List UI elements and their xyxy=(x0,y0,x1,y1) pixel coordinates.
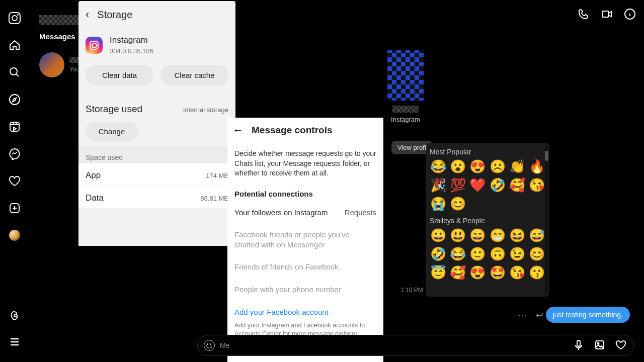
storage-title: Storage xyxy=(97,9,132,21)
clear-data-button[interactable]: Clear data xyxy=(86,65,153,85)
home-icon[interactable] xyxy=(9,39,21,51)
call-icon[interactable] xyxy=(578,8,590,20)
emoji-scroll-thumb[interactable] xyxy=(545,151,548,161)
mic-icon[interactable] xyxy=(573,339,585,351)
emoji-icon[interactable] xyxy=(204,340,215,351)
message-timestamp: 1:10 PM xyxy=(400,287,423,294)
create-icon[interactable] xyxy=(9,202,21,214)
instagram-logo-icon[interactable] xyxy=(9,12,21,24)
storage-panel: ‹ Storage Instagram 304.0.0.35.106 Clear… xyxy=(78,1,235,246)
emoji[interactable]: 🤩 xyxy=(489,265,506,281)
reply-icon[interactable]: ↩ xyxy=(536,310,543,321)
emoji[interactable]: 😇 xyxy=(430,265,446,281)
emoji[interactable]: 🙃 xyxy=(489,246,506,262)
emoji[interactable]: 😍 xyxy=(469,159,486,174)
explore-icon[interactable] xyxy=(9,94,21,106)
storage-location: Internal storage xyxy=(183,106,228,114)
search-icon[interactable] xyxy=(9,66,21,78)
stat-value: 174 MB xyxy=(206,172,228,179)
stat-label: Data xyxy=(86,193,104,203)
svg-point-1 xyxy=(10,95,20,105)
emoji[interactable]: 😆 xyxy=(509,228,525,243)
space-used-label: Space used xyxy=(78,146,235,163)
change-button[interactable]: Change xyxy=(86,122,138,141)
emoji[interactable]: 👏 xyxy=(509,159,525,174)
svg-point-0 xyxy=(10,68,17,75)
stat-row-data[interactable]: Data 86.81 MB xyxy=(78,186,235,208)
emoji[interactable]: 😂 xyxy=(449,246,466,262)
emoji[interactable]: ☹️ xyxy=(489,159,506,174)
emoji[interactable]: 🎉 xyxy=(430,177,446,193)
followers-row[interactable]: Your followers on Instagram Requests xyxy=(227,201,383,224)
emoji[interactable]: 🙂 xyxy=(469,246,486,262)
facebook-friends-row: Facebook friends or people you've chatte… xyxy=(227,224,383,256)
stat-row-app[interactable]: App 174 MB xyxy=(78,163,235,186)
followers-value: Requests xyxy=(345,208,376,217)
message-composer[interactable]: Me xyxy=(197,335,634,356)
composer-placeholder[interactable]: Me xyxy=(220,341,568,349)
phone-number-row: People with your phone number xyxy=(227,279,383,301)
sent-message-bubble[interactable]: just testing something. xyxy=(546,307,630,323)
emoji[interactable]: 😄 xyxy=(469,228,486,243)
menu-icon[interactable] xyxy=(9,336,21,348)
svg-point-8 xyxy=(598,343,599,344)
emoji-scrollbar[interactable] xyxy=(545,146,548,294)
emoji[interactable]: 😃 xyxy=(449,228,466,243)
emoji[interactable]: 🤣 xyxy=(430,246,446,262)
messages-tab[interactable]: Messages xyxy=(29,25,86,46)
info-icon[interactable] xyxy=(624,8,636,20)
stat-label: App xyxy=(86,170,101,180)
back-icon[interactable]: ‹ xyxy=(86,8,89,21)
emoji[interactable]: 😍 xyxy=(469,265,486,281)
reels-icon[interactable] xyxy=(9,121,21,133)
emoji[interactable]: 😮 xyxy=(449,159,466,174)
emoji[interactable]: 😗 xyxy=(529,265,545,281)
app-icon xyxy=(86,37,103,54)
chat-name-redacted xyxy=(392,106,419,113)
heart-icon[interactable] xyxy=(9,175,21,187)
video-call-icon[interactable] xyxy=(601,8,613,20)
stat-value: 86.81 MB xyxy=(200,195,228,202)
profile-avatar[interactable] xyxy=(9,229,21,241)
storage-used-label: Storage used xyxy=(86,104,142,115)
emoji[interactable]: 😂 xyxy=(430,159,446,174)
emoji[interactable]: 😘 xyxy=(509,265,525,281)
image-icon[interactable] xyxy=(594,339,606,351)
emoji[interactable]: 😊 xyxy=(529,246,545,262)
message-controls-desc: Decide whether message requests go to yo… xyxy=(227,142,383,184)
messenger-icon[interactable] xyxy=(9,148,21,160)
message-controls-title: Message controls xyxy=(252,125,333,136)
more-icon[interactable]: ⋯ xyxy=(518,310,527,321)
emoji[interactable]: 😭 xyxy=(430,196,446,212)
chat-header-actions xyxy=(578,8,636,20)
chat-avatar-redacted xyxy=(387,50,424,101)
svg-rect-4 xyxy=(602,11,609,17)
app-version: 304.0.0.35.106 xyxy=(110,47,153,55)
emoji[interactable]: 😘 xyxy=(529,177,545,193)
svg-rect-6 xyxy=(577,340,580,346)
emoji[interactable]: 😊 xyxy=(449,196,466,212)
app-name: Instagram xyxy=(110,35,153,45)
emoji[interactable]: ❤️ xyxy=(469,177,486,193)
emoji[interactable]: 🔥 xyxy=(529,159,545,174)
clear-cache-button[interactable]: Clear cache xyxy=(160,65,228,85)
followers-label: Your followers on Instagram xyxy=(234,208,328,217)
threads-icon[interactable] xyxy=(9,309,21,321)
heart-icon[interactable] xyxy=(615,339,627,351)
emoji[interactable]: 😀 xyxy=(430,228,446,243)
emoji-section-smileys: Smileys & People xyxy=(426,212,549,228)
emoji[interactable]: 😉 xyxy=(509,246,525,262)
emoji[interactable]: 😁 xyxy=(489,228,506,243)
add-facebook-link[interactable]: Add your Facebook account xyxy=(227,301,383,318)
emoji[interactable]: 🥰 xyxy=(509,177,525,193)
chat-subtitle: Instagram xyxy=(387,116,424,123)
emoji-section-popular: Most Popular xyxy=(426,143,549,159)
emoji[interactable]: 💯 xyxy=(449,177,466,193)
emoji[interactable]: 😅 xyxy=(529,228,545,243)
emoji-picker: Most Popular 😂😮😍☹️👏🔥🎉💯❤️🤣🥰😘😭😊 Smileys & … xyxy=(426,143,549,297)
chat-profile: Instagram xyxy=(387,50,424,123)
friends-of-friends-row: Friends of friends on Facebook xyxy=(227,256,383,278)
emoji[interactable]: 🥰 xyxy=(449,265,466,281)
back-icon[interactable]: ← xyxy=(232,124,244,137)
emoji[interactable]: 🤣 xyxy=(489,177,506,193)
